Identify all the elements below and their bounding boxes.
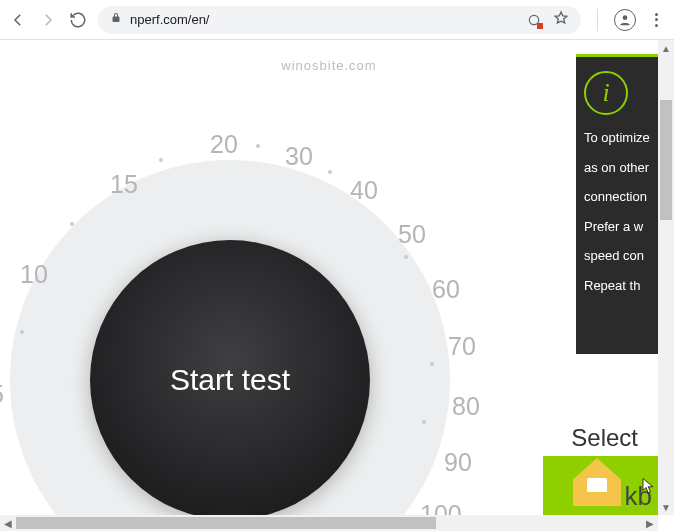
gauge-dot: [328, 170, 332, 174]
start-test-button[interactable]: Start test: [90, 240, 370, 520]
browser-toolbar: nperf.com/en/: [0, 0, 674, 40]
gauge-dot: [70, 222, 74, 226]
page-content: winosbite.com 5 10 15 20 30 40 50 60 70 …: [0, 40, 658, 515]
gauge-tick: 80: [452, 392, 480, 421]
info-text: To optimize: [584, 129, 650, 147]
profile-button[interactable]: [614, 9, 636, 31]
menu-button[interactable]: [646, 10, 666, 30]
watermark-text: winosbite.com: [0, 58, 658, 73]
page-viewport: winosbite.com 5 10 15 20 30 40 50 60 70 …: [0, 40, 674, 531]
reload-button[interactable]: [68, 10, 88, 30]
horizontal-scrollbar[interactable]: ◀ ▶: [0, 515, 658, 531]
info-text: Repeat th: [584, 277, 650, 295]
toolbar-divider: [597, 9, 598, 31]
info-text: as on other: [584, 159, 650, 177]
unit-select[interactable]: kb: [543, 456, 658, 516]
svg-point-1: [623, 15, 628, 20]
gauge-tick: 20: [210, 130, 238, 159]
gauge-tick: 90: [444, 448, 472, 477]
gauge-tick: 50: [398, 220, 426, 249]
gauge-tick: 5: [0, 380, 4, 409]
url-text: nperf.com/en/: [130, 12, 210, 27]
info-text: connection: [584, 188, 650, 206]
info-text: speed con: [584, 247, 650, 265]
gauge-tick: 60: [432, 275, 460, 304]
gauge-tick: 15: [110, 170, 138, 199]
gauge-dot: [422, 420, 426, 424]
gauge-dot: [20, 330, 24, 334]
lock-icon: [110, 12, 122, 27]
gauge-tick: 30: [285, 142, 313, 171]
info-panel: i To optimize as on other connection Pre…: [576, 54, 658, 354]
gauge-dot: [159, 158, 163, 162]
scroll-up-arrow[interactable]: ▲: [658, 40, 674, 56]
address-bar[interactable]: nperf.com/en/: [98, 6, 581, 34]
back-button[interactable]: [8, 10, 28, 30]
gauge-dot: [430, 362, 434, 366]
unit-select-label: Select: [571, 424, 638, 452]
info-text: Prefer a w: [584, 218, 650, 236]
extension-icon[interactable]: [527, 13, 541, 27]
star-icon[interactable]: [553, 10, 569, 29]
scroll-left-arrow[interactable]: ◀: [0, 515, 16, 531]
speed-gauge: 5 10 15 20 30 40 50 60 70 80 90 100 500 …: [0, 100, 510, 531]
info-icon: i: [584, 71, 628, 115]
scroll-right-arrow[interactable]: ▶: [642, 515, 658, 531]
scroll-thumb-v[interactable]: [660, 100, 672, 220]
start-test-label: Start test: [170, 363, 290, 397]
forward-button[interactable]: [38, 10, 58, 30]
gauge-tick: 70: [448, 332, 476, 361]
gauge-tick: 10: [20, 260, 48, 289]
vertical-scrollbar[interactable]: ▲ ▼: [658, 40, 674, 515]
gauge-dot: [404, 255, 408, 259]
home-icon: [573, 458, 621, 506]
scroll-down-arrow[interactable]: ▼: [658, 499, 674, 515]
unit-text: kb: [625, 481, 652, 512]
scroll-thumb-h[interactable]: [16, 517, 436, 529]
gauge-dot: [256, 144, 260, 148]
gauge-tick: 40: [350, 176, 378, 205]
